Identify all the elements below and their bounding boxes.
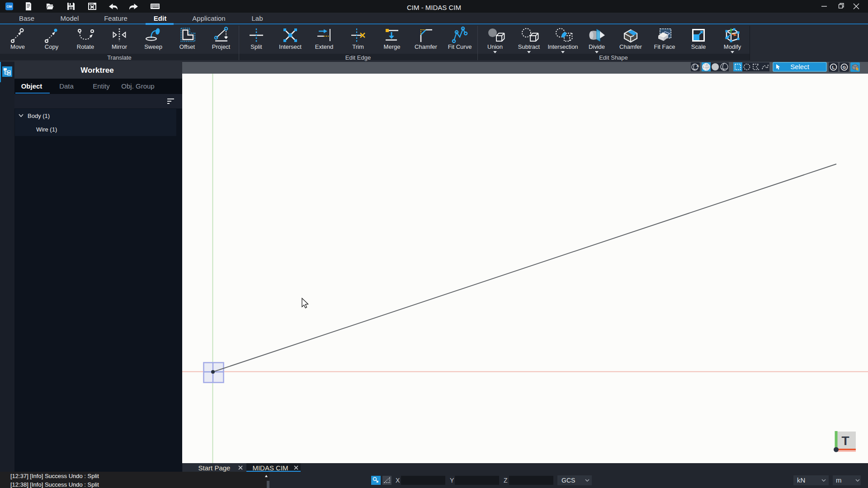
svg-text:Select: Select <box>790 63 810 70</box>
svg-text:A: A <box>697 64 699 68</box>
svg-text:L: L <box>832 65 835 70</box>
svg-text:Z: Z <box>504 477 508 484</box>
svg-text:T: T <box>841 434 849 448</box>
svg-text:m: m <box>836 476 842 484</box>
svg-text:X: X <box>396 477 400 484</box>
svg-text:GCS: GCS <box>561 477 575 484</box>
svg-text:G: G <box>843 65 846 70</box>
svg-text:CIM: CIM <box>7 5 12 8</box>
svg-text:kN: kN <box>797 476 805 484</box>
svg-text:Y: Y <box>450 477 454 484</box>
